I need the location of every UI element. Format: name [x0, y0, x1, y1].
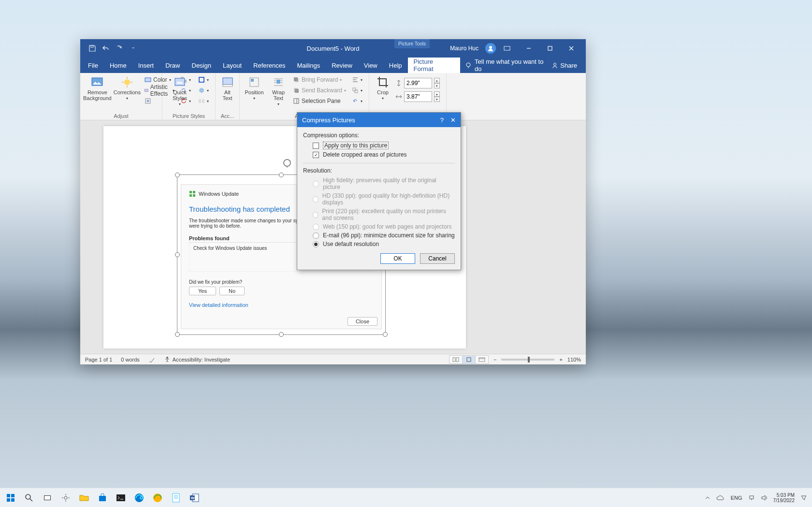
- web-layout-button[interactable]: [475, 355, 489, 364]
- resize-handle[interactable]: [175, 252, 180, 257]
- file-explorer-icon[interactable]: [78, 492, 90, 504]
- picture-effects-button[interactable]: ▾: [196, 86, 211, 95]
- delete-cropped-checkbox-row[interactable]: ✓ Delete cropped areas of pictures: [313, 151, 455, 158]
- send-backward-button[interactable]: Send Backward▾: [291, 86, 348, 95]
- accessibility-status[interactable]: Accessibility: Investigate: [164, 356, 230, 363]
- svg-rect-48: [189, 191, 192, 193]
- tab-home[interactable]: Home: [104, 58, 132, 73]
- spell-check-icon[interactable]: [148, 356, 155, 363]
- quick-styles-button[interactable]: Quick Styles▾: [165, 75, 194, 106]
- clock[interactable]: 5:03 PM 7/19/2022: [773, 493, 795, 503]
- language-indicator[interactable]: ENG: [731, 495, 742, 501]
- resize-handle[interactable]: [279, 173, 284, 177]
- align-button[interactable]: ▾: [350, 75, 364, 85]
- word-count[interactable]: 0 words: [121, 357, 140, 362]
- picture-layout-button[interactable]: ▾: [196, 96, 211, 106]
- zoom-thumb[interactable]: [528, 357, 530, 362]
- ribbon-display-icon[interactable]: [503, 44, 511, 53]
- resize-handle[interactable]: [279, 332, 284, 337]
- resize-handle[interactable]: [383, 332, 388, 337]
- minimize-button[interactable]: [518, 39, 539, 58]
- tab-help[interactable]: Help: [383, 58, 408, 73]
- radio-default[interactable]: Use default resolution: [313, 241, 455, 247]
- tab-insert[interactable]: Insert: [132, 58, 160, 73]
- tab-review[interactable]: Review: [326, 58, 358, 73]
- dialog-title-bar[interactable]: Compress Pictures ? ✕: [297, 113, 461, 127]
- read-mode-button[interactable]: [449, 355, 463, 364]
- apply-only-checkbox[interactable]: [313, 143, 319, 149]
- store-icon[interactable]: [97, 492, 108, 504]
- remove-background-button[interactable]: Remove Background: [83, 75, 112, 101]
- task-view-button[interactable]: [42, 492, 53, 504]
- dialog-help-button[interactable]: ?: [440, 116, 444, 124]
- qat-more-icon[interactable]: ⁼: [129, 44, 137, 53]
- zoom-in-button[interactable]: +: [559, 357, 562, 362]
- delete-cropped-checkbox[interactable]: ✓: [313, 152, 319, 158]
- tab-design[interactable]: Design: [186, 58, 217, 73]
- svg-rect-56: [479, 358, 485, 362]
- tab-mailings[interactable]: Mailings: [291, 58, 326, 73]
- tell-me-search[interactable]: Tell me what you want to do: [465, 58, 551, 72]
- corrections-button[interactable]: Corrections ▾: [114, 75, 141, 101]
- bring-forward-button[interactable]: Bring Forward▾: [291, 75, 348, 85]
- width-input[interactable]: [404, 91, 432, 102]
- tab-picture-format[interactable]: Picture Format: [408, 58, 461, 73]
- selection-pane-button[interactable]: Selection Pane: [291, 96, 348, 106]
- page-number[interactable]: Page 1 of 1: [85, 357, 112, 362]
- svg-rect-82: [750, 496, 754, 499]
- tab-draw[interactable]: Draw: [160, 58, 186, 73]
- edge-canary-icon[interactable]: [152, 492, 163, 504]
- group-button[interactable]: ▾: [350, 86, 364, 95]
- wrap-text-button[interactable]: Wrap Text▾: [268, 75, 289, 106]
- notepad-icon[interactable]: [170, 492, 182, 504]
- zoom-slider[interactable]: [501, 359, 554, 361]
- height-down[interactable]: ▾: [434, 83, 440, 88]
- radio-email[interactable]: E-mail (96 ppi): minimize document size …: [313, 232, 455, 239]
- ok-button[interactable]: OK: [380, 253, 415, 264]
- compress-pictures-dialog: Compress Pictures ? ✕ Compression option…: [297, 112, 461, 270]
- tab-layout[interactable]: Layout: [217, 58, 247, 73]
- height-up[interactable]: ▴: [434, 78, 440, 83]
- print-layout-button[interactable]: [462, 355, 476, 364]
- crop-button[interactable]: Crop▾: [372, 75, 393, 101]
- undo-icon[interactable]: [102, 44, 110, 53]
- tab-view[interactable]: View: [358, 58, 383, 73]
- height-input[interactable]: [404, 78, 432, 88]
- position-button[interactable]: Position▾: [243, 75, 266, 101]
- network-icon[interactable]: [748, 494, 755, 501]
- save-icon[interactable]: [88, 44, 97, 53]
- rotate-handle[interactable]: [282, 158, 292, 168]
- apply-only-checkbox-row[interactable]: Apply only to this picture: [313, 142, 455, 149]
- alt-text-button[interactable]: Alt Text: [218, 75, 236, 101]
- edge-icon[interactable]: [133, 492, 145, 504]
- resize-handle[interactable]: [175, 173, 180, 177]
- width-down[interactable]: ▾: [434, 97, 440, 102]
- accessibility-group-label: Acc...: [218, 113, 236, 120]
- ts-no-button: No: [219, 287, 245, 295]
- tab-references[interactable]: References: [247, 58, 291, 73]
- volume-icon[interactable]: [761, 494, 768, 501]
- terminal-icon[interactable]: [115, 492, 127, 504]
- rotate-button[interactable]: ▾: [350, 96, 364, 106]
- zoom-out-button[interactable]: −: [493, 357, 496, 362]
- word-icon[interactable]: W: [188, 492, 200, 504]
- close-button[interactable]: [561, 39, 582, 58]
- tray-chevron-icon[interactable]: [705, 495, 710, 501]
- width-up[interactable]: ▴: [434, 91, 440, 97]
- onedrive-icon[interactable]: [716, 495, 725, 501]
- cancel-button[interactable]: Cancel: [420, 253, 455, 264]
- resize-handle[interactable]: [175, 332, 180, 337]
- redo-icon[interactable]: [115, 44, 124, 53]
- zoom-level[interactable]: 110%: [567, 357, 581, 362]
- search-button[interactable]: [23, 492, 35, 504]
- notifications-icon[interactable]: [800, 494, 807, 501]
- radio-hd: HD (330 ppi): good quality for high-defi…: [313, 192, 455, 206]
- settings-icon[interactable]: [60, 492, 72, 504]
- dialog-close-button[interactable]: ✕: [450, 116, 456, 124]
- picture-border-button[interactable]: ▾: [196, 75, 211, 85]
- start-button[interactable]: [5, 492, 16, 504]
- avatar[interactable]: [485, 43, 496, 54]
- maximize-button[interactable]: [539, 39, 561, 58]
- tab-file[interactable]: File: [82, 58, 104, 73]
- share-button[interactable]: Share: [551, 62, 584, 69]
